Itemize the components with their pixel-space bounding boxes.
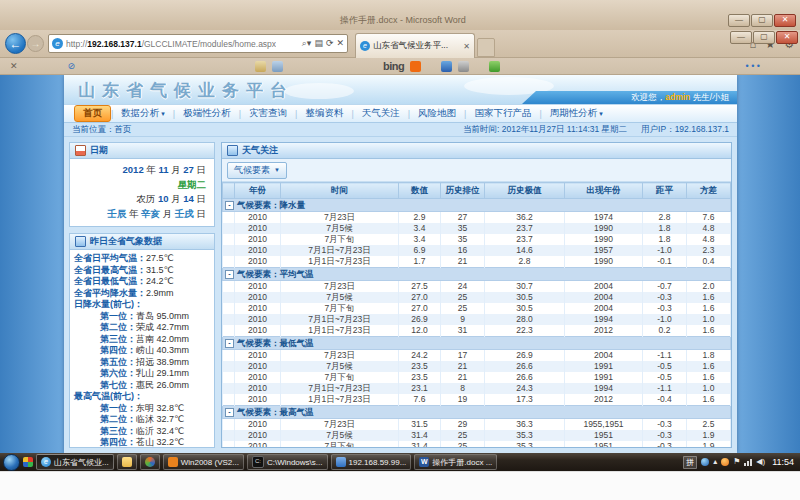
stat-line: 全省平均降水量：2.9mm bbox=[74, 288, 210, 300]
nav-item-2[interactable]: 数据分析▾ bbox=[113, 106, 173, 121]
taskbar-task-3[interactable] bbox=[140, 454, 160, 470]
print-icon[interactable] bbox=[272, 61, 283, 72]
new-tab-button[interactable] bbox=[477, 38, 495, 57]
show-hidden-icons-icon[interactable]: ▴ bbox=[713, 457, 717, 467]
nav-item-6[interactable]: 天气关注 bbox=[354, 106, 408, 121]
stat-line: 第一位：东明 32.8℃ bbox=[74, 403, 210, 415]
collapse-icon[interactable]: - bbox=[225, 270, 234, 279]
calendar-text: 星期二 bbox=[178, 179, 207, 190]
table-cell: 36.3 bbox=[485, 419, 565, 431]
nav-item-4[interactable]: 灾害查询 bbox=[241, 106, 295, 121]
table-cell: 21 bbox=[441, 361, 485, 372]
stat-value: 苍山 32.2℃ bbox=[136, 437, 184, 447]
column-header: 方差 bbox=[687, 183, 731, 199]
climate-element-dropdown[interactable]: 气候要素 ▼ bbox=[227, 162, 287, 179]
nav-item-8[interactable]: 国家下行产品 bbox=[466, 106, 539, 121]
nav-item-1[interactable]: 首页 bbox=[74, 105, 111, 122]
refresh-icon[interactable]: ⟳ bbox=[326, 38, 334, 49]
nav-item-3[interactable]: 极端性分析 bbox=[175, 106, 239, 121]
stat-line: 第四位：崂山 40.3mm bbox=[74, 345, 210, 357]
nav-item-5[interactable]: 整编资料 bbox=[297, 106, 351, 121]
volume-icon[interactable]: ◀) bbox=[756, 457, 765, 467]
table-cell: 17 bbox=[441, 350, 485, 362]
taskbar-task-1[interactable]: e山东省气候业... bbox=[36, 454, 114, 470]
nav-item-9[interactable]: 周期性分析▾ bbox=[542, 106, 611, 121]
video-icon[interactable] bbox=[441, 61, 452, 72]
globe-icon[interactable] bbox=[701, 458, 709, 466]
table-cell: -0.1 bbox=[643, 256, 687, 268]
tab-favicon: e bbox=[360, 41, 370, 51]
input-method-indicator[interactable]: 拼 bbox=[683, 456, 697, 469]
taskbar-clock[interactable]: 11:54 bbox=[772, 457, 794, 467]
bing-apps-icon[interactable] bbox=[410, 61, 421, 72]
taskbar-task-2[interactable] bbox=[117, 454, 137, 470]
more-dots-icon[interactable]: • • • bbox=[746, 61, 760, 71]
address-bar[interactable]: e http://192.168.137.1/GLCCLIMATE/module… bbox=[48, 34, 348, 53]
forward-icon[interactable]: → bbox=[27, 35, 44, 52]
vm-icon bbox=[168, 457, 178, 467]
taskbar-task-4[interactable]: Win2008 (VS2... bbox=[163, 454, 244, 470]
stat-value: 崂山 40.3mm bbox=[136, 345, 189, 355]
stat-line: 第七位：惠民 26.0mm bbox=[74, 380, 210, 392]
browser-tab[interactable]: e 山东省气候业务平... ✕ bbox=[355, 33, 475, 58]
table-cell: 7月5候 bbox=[281, 430, 399, 441]
stat-value: 莒南 42.0mm bbox=[136, 334, 189, 344]
stat-label: 全省日平均气温： bbox=[74, 253, 146, 263]
table-cell: 1994 bbox=[565, 383, 643, 394]
close-icon[interactable]: ✕ bbox=[774, 14, 796, 27]
browser-close-icon[interactable]: ✕ bbox=[776, 31, 798, 44]
bing-logo[interactable]: bing bbox=[383, 60, 404, 72]
table-cell: -1.1 bbox=[643, 383, 687, 394]
table-row: 20107月下旬31.42535.31951-0.31.9 bbox=[223, 441, 731, 448]
taskbar-task-7[interactable]: W操作手册.docx ... bbox=[414, 454, 497, 470]
table-group-cell: -气候要素：降水量 bbox=[223, 199, 731, 212]
share-icon[interactable] bbox=[489, 61, 500, 72]
stat-label: 第四位： bbox=[100, 437, 136, 447]
pinned-app-icon[interactable] bbox=[23, 457, 33, 467]
start-button-icon[interactable] bbox=[3, 454, 20, 471]
action-center-flag-icon[interactable]: ⚑ bbox=[733, 457, 740, 467]
table-cell: 24 bbox=[441, 281, 485, 293]
blocker-icon[interactable]: ⊘ bbox=[68, 61, 76, 71]
taskbar-task-5[interactable]: C:C:\Windows\s... bbox=[247, 454, 328, 470]
calendar-text: 月 bbox=[169, 193, 184, 204]
search-icon[interactable]: ⌕▾ bbox=[302, 38, 312, 49]
taskbar-task-6[interactable]: 192.168.59.99... bbox=[331, 454, 412, 470]
table-cell: 2010 bbox=[235, 430, 281, 441]
table-group-row: -气候要素：降水量 bbox=[223, 199, 731, 212]
stat-line: 全省日最高气温：31.5℃ bbox=[74, 265, 210, 277]
network-icon[interactable] bbox=[744, 459, 752, 466]
table-cell: 2010 bbox=[235, 223, 281, 234]
table-cell: 29 bbox=[441, 419, 485, 431]
compatibility-icon[interactable]: ▤ bbox=[314, 38, 323, 49]
maximize-icon[interactable]: ▢ bbox=[751, 14, 773, 27]
mail-icon[interactable] bbox=[255, 61, 266, 72]
browser-maximize-icon[interactable]: ▢ bbox=[753, 31, 775, 44]
calendar-icon bbox=[75, 145, 86, 156]
fire-icon[interactable] bbox=[721, 458, 729, 466]
table-cell: 30.5 bbox=[485, 292, 565, 303]
table-cell: -1.1 bbox=[643, 350, 687, 362]
stop-icon[interactable]: ✕ bbox=[336, 38, 344, 49]
nav-item-7[interactable]: 风险地图 bbox=[410, 106, 464, 121]
toolbar-close-icon[interactable]: ✕ bbox=[10, 61, 18, 71]
table-cell: 1.6 bbox=[687, 303, 731, 314]
table-cell: 7月下旬 bbox=[281, 441, 399, 448]
stat-label: 第二位： bbox=[100, 414, 136, 424]
collapse-icon[interactable]: - bbox=[225, 339, 234, 348]
paw-icon[interactable] bbox=[458, 61, 469, 72]
collapse-icon[interactable]: - bbox=[225, 201, 234, 210]
row-select-cell bbox=[223, 350, 235, 362]
row-select-cell bbox=[223, 314, 235, 325]
weather-panel-toolbar: 气候要素 ▼ bbox=[222, 159, 731, 182]
table-cell: 2010 bbox=[235, 292, 281, 303]
browser-minimize-icon[interactable]: — bbox=[730, 31, 752, 44]
table-cell: 4.8 bbox=[687, 223, 731, 234]
minimize-icon[interactable]: — bbox=[728, 14, 750, 27]
browser-viewport: 山东省气候业务平台 欢迎您，admin 先生/小姐 首页|数据分析▾|极端性分析… bbox=[0, 75, 800, 453]
table-cell: 1990 bbox=[565, 223, 643, 234]
tab-close-icon[interactable]: ✕ bbox=[463, 42, 470, 51]
collapse-icon[interactable]: - bbox=[225, 408, 234, 417]
calendar-text: 11 bbox=[158, 164, 168, 175]
back-icon[interactable]: ← bbox=[5, 33, 26, 54]
